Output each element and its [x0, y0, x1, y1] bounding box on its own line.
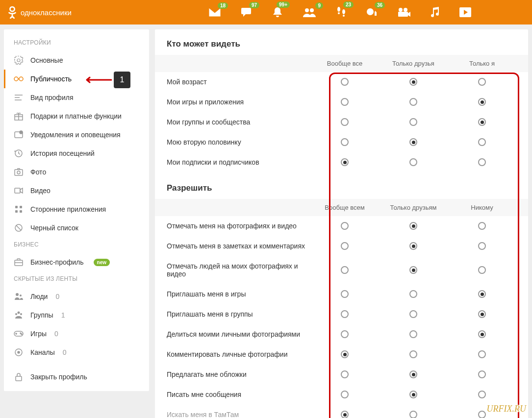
- nav-music[interactable]: [430, 7, 440, 18]
- radio-option[interactable]: [478, 78, 486, 86]
- radio-option[interactable]: [478, 411, 486, 418]
- radio-option[interactable]: [478, 330, 486, 338]
- radio-option[interactable]: [478, 266, 486, 274]
- nav-messages[interactable]: 18: [208, 7, 221, 17]
- sidebar-item-blacklist[interactable]: Черный список: [4, 219, 149, 237]
- svg-point-3: [337, 7, 340, 12]
- annotation-arrow: 1: [83, 72, 130, 88]
- radio-option[interactable]: [341, 290, 349, 298]
- radio-option[interactable]: [409, 411, 417, 418]
- sidebar-item-photo[interactable]: Фото: [4, 163, 149, 181]
- radio-option[interactable]: [341, 118, 349, 126]
- setting-label: Мою вторую половинку: [167, 138, 310, 146]
- radio-option[interactable]: [341, 266, 349, 274]
- svg-rect-24: [20, 210, 22, 213]
- radio-option[interactable]: [478, 222, 486, 230]
- radio-option[interactable]: [341, 330, 349, 338]
- sidebar-item-history[interactable]: История посещений: [4, 144, 149, 163]
- setting-label: Мои подписки и подписчиков: [167, 158, 310, 166]
- sidebar-item-notifications[interactable]: Уведомления и оповещения: [4, 125, 149, 144]
- radio-option[interactable]: [478, 98, 486, 106]
- thumbs-icon: [366, 7, 378, 18]
- radio-option[interactable]: [409, 222, 417, 230]
- sidebar-item-privacy[interactable]: Публичность 1: [4, 70, 149, 88]
- setting-row: Мою вторую половинку: [155, 132, 528, 152]
- setting-row: Отмечать людей на моих фотографиях и вид…: [155, 256, 528, 284]
- nav-guests[interactable]: 23: [336, 6, 347, 18]
- sidebar-item-general[interactable]: Основные: [4, 51, 149, 70]
- radio-option[interactable]: [409, 158, 417, 166]
- radio-option[interactable]: [409, 98, 417, 106]
- sidebar-item-profile-view[interactable]: Вид профиля: [4, 88, 149, 107]
- radio-option[interactable]: [478, 370, 486, 378]
- sidebar-item-people[interactable]: Люди 0: [4, 287, 149, 306]
- radio-option[interactable]: [478, 158, 486, 166]
- setting-label: Делиться моими личными фотографиями: [167, 330, 310, 338]
- sidebar-item-gifts[interactable]: Подарки и платные функции: [4, 107, 149, 125]
- svg-point-13: [19, 77, 23, 81]
- radio-option[interactable]: [341, 158, 349, 166]
- radio-option[interactable]: [409, 391, 417, 398]
- envelope-icon: [208, 7, 221, 17]
- radio-option[interactable]: [341, 411, 349, 418]
- sidebar-item-video[interactable]: Видео: [4, 181, 149, 200]
- nav-friends[interactable]: 9: [303, 7, 316, 17]
- radio-option[interactable]: [341, 350, 349, 358]
- radio-option[interactable]: [409, 310, 417, 318]
- gift-icon: [14, 111, 24, 121]
- setting-row: Мои подписки и подписчиков: [155, 152, 528, 172]
- nav-video[interactable]: [398, 8, 410, 17]
- sidebar-item-channels[interactable]: Каналы 0: [4, 343, 149, 362]
- radio-option[interactable]: [409, 330, 417, 338]
- radio-option[interactable]: [341, 138, 349, 146]
- radio-option[interactable]: [478, 290, 486, 298]
- svg-point-7: [367, 8, 374, 15]
- sidebar-item-apps[interactable]: Сторонние приложения: [4, 200, 149, 219]
- svg-point-30: [20, 313, 22, 315]
- radio-option[interactable]: [409, 290, 417, 298]
- permissions-header: Вообще всем Только друзьям Никому: [155, 199, 528, 216]
- radio-option[interactable]: [478, 242, 486, 250]
- radio-option[interactable]: [341, 391, 349, 398]
- bell-icon: [272, 6, 283, 18]
- radio-option[interactable]: [409, 78, 417, 86]
- radio-option[interactable]: [341, 242, 349, 250]
- svg-point-4: [338, 12, 340, 14]
- radio-option[interactable]: [409, 138, 417, 146]
- nav-feedback[interactable]: 36: [366, 7, 378, 18]
- setting-label: Писать мне сообщения: [167, 391, 310, 398]
- camera-icon: [14, 167, 24, 177]
- footprints-icon: [336, 6, 347, 18]
- sidebar-item-games[interactable]: Игры 0: [4, 324, 149, 343]
- radio-option[interactable]: [341, 78, 349, 86]
- setting-row: Отмечать меня в заметках и комментариях: [155, 236, 528, 256]
- nav-play[interactable]: [459, 7, 471, 17]
- radio-option[interactable]: [478, 138, 486, 146]
- radio-option[interactable]: [409, 350, 417, 358]
- radio-option[interactable]: [478, 118, 486, 126]
- radio-option[interactable]: [341, 370, 349, 378]
- camcorder-icon: [14, 186, 24, 196]
- radio-option[interactable]: [478, 391, 486, 398]
- radio-option[interactable]: [409, 242, 417, 250]
- setting-row: Приглашать меня в игры: [155, 284, 528, 304]
- radio-option[interactable]: [478, 350, 486, 358]
- radio-option[interactable]: [409, 370, 417, 378]
- radio-option[interactable]: [409, 266, 417, 274]
- radio-option[interactable]: [409, 118, 417, 126]
- sidebar-item-lock-profile[interactable]: Закрыть профиль: [4, 368, 149, 386]
- sidebar-item-groups[interactable]: Группы 1: [4, 306, 149, 324]
- svg-point-32: [20, 333, 21, 334]
- radio-option[interactable]: [341, 222, 349, 230]
- radio-option[interactable]: [341, 98, 349, 106]
- new-badge: new: [94, 259, 110, 266]
- nav-notifications[interactable]: 99+: [272, 6, 283, 18]
- radio-option[interactable]: [478, 310, 486, 318]
- sidebar-item-business[interactable]: Бизнес-профильnew: [4, 253, 149, 271]
- setting-row: Писать мне сообщения: [155, 385, 528, 405]
- svg-rect-18: [15, 170, 23, 175]
- logo[interactable]: одноклассники: [7, 6, 72, 19]
- radio-option[interactable]: [341, 310, 349, 318]
- nav-discussions[interactable]: 97: [241, 7, 253, 18]
- gear-icon: [14, 55, 24, 65]
